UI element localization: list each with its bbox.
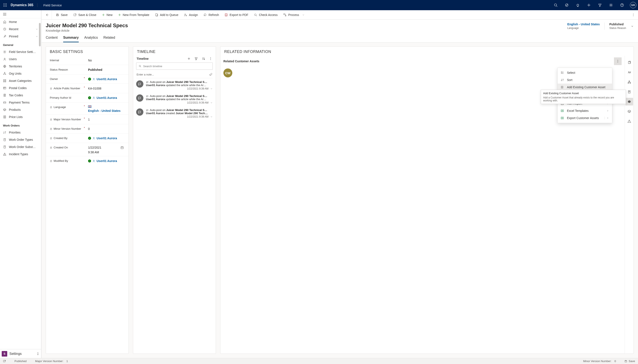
new-button[interactable]: New bbox=[99, 11, 115, 19]
nav-org-units[interactable]: Org Units bbox=[0, 70, 41, 77]
timeline-item[interactable]: Auto-post on Juicer Model 290 Technical … bbox=[133, 106, 216, 122]
nav-products[interactable]: Products bbox=[0, 106, 41, 113]
menu-select[interactable]: Select bbox=[557, 69, 612, 76]
field-article-number[interactable]: Article Public Number * KA-01008 bbox=[46, 84, 129, 93]
save-button[interactable]: Save bbox=[53, 11, 70, 19]
svg-point-63 bbox=[633, 14, 633, 14]
help-icon[interactable] bbox=[617, 1, 626, 10]
nav-price-lists[interactable]: Price Lists bbox=[0, 113, 41, 120]
calendar-icon[interactable] bbox=[120, 146, 124, 149]
menu-excel-templates[interactable]: Excel Templates bbox=[557, 107, 612, 114]
assign-button[interactable]: Assign bbox=[181, 11, 200, 19]
field-primary-author[interactable]: Primary Author Id ✓User01 Aurora bbox=[46, 93, 129, 102]
svg-point-86 bbox=[210, 58, 211, 58]
nav-pinned[interactable]: Pinned bbox=[0, 33, 41, 40]
field-value[interactable]: User01 Aurora bbox=[97, 78, 117, 81]
sort-icon bbox=[560, 78, 564, 82]
cmd-label: Refresh bbox=[209, 13, 219, 16]
tab-content[interactable]: Content bbox=[46, 36, 58, 42]
nav-recent[interactable]: Recent bbox=[0, 26, 41, 33]
nav-home[interactable]: Home bbox=[0, 18, 41, 26]
field-created-on[interactable]: Created On 1/22/2021 9:38 AM bbox=[46, 143, 129, 156]
field-minor-version[interactable]: Minor Version Number * 0 bbox=[46, 124, 129, 134]
field-value[interactable]: User01 Aurora bbox=[97, 96, 117, 100]
field-modified-by[interactable]: Modified By ✓User01 Aurora bbox=[46, 156, 129, 166]
new-template-button[interactable]: New From Template bbox=[116, 11, 152, 19]
statusbar-save-button[interactable]: Save bbox=[624, 360, 635, 363]
nav-tax-codes[interactable]: Tax Codes bbox=[0, 92, 41, 99]
nav-territories[interactable]: Territories bbox=[0, 63, 41, 70]
field-value[interactable]: User01 Aurora bbox=[97, 136, 117, 140]
hamburger-icon[interactable] bbox=[0, 10, 41, 18]
nav-priorities[interactable]: Priorities bbox=[0, 129, 41, 136]
menu-sort[interactable]: Sort bbox=[557, 76, 612, 84]
tab-summary[interactable]: Summary bbox=[63, 36, 79, 42]
chevron-down-icon[interactable] bbox=[210, 116, 213, 118]
tab-analytics[interactable]: Analytics bbox=[84, 36, 98, 42]
timeline-search[interactable] bbox=[136, 62, 213, 70]
nav-payment-terms[interactable]: Payment Terms bbox=[0, 99, 41, 106]
process-button[interactable]: Process bbox=[281, 11, 307, 19]
related-more-button[interactable] bbox=[614, 58, 622, 65]
rail-hierarchy-button[interactable] bbox=[625, 78, 633, 86]
basic-settings-card: BASIC SETTINGS Internal No Status Reason… bbox=[46, 46, 129, 354]
header-language[interactable]: English - United States Language bbox=[567, 22, 600, 30]
timeline-card: TIMELINE Timeline Enter a note... bbox=[133, 46, 216, 354]
check-access-button[interactable]: Check Access bbox=[251, 11, 280, 19]
timeline-more-button[interactable] bbox=[209, 57, 212, 60]
add-queue-button[interactable]: Add to Queue bbox=[152, 11, 181, 19]
header-language-label: Language bbox=[567, 26, 579, 30]
header-expand-button[interactable] bbox=[631, 25, 634, 28]
refresh-button[interactable]: Refresh bbox=[201, 11, 221, 19]
plus-icon[interactable] bbox=[584, 1, 593, 10]
more-commands-button[interactable] bbox=[629, 11, 637, 19]
save-close-button[interactable]: Save & Close bbox=[71, 11, 99, 19]
timeline-filter-button[interactable] bbox=[194, 57, 198, 60]
chevron-down-icon[interactable] bbox=[210, 102, 213, 104]
timeline-item[interactable]: Auto-post on Juicer Model 290 Technical … bbox=[133, 78, 216, 92]
field-owner[interactable]: Owner * ✓User01 Aurora bbox=[46, 74, 129, 84]
nav-incident-types[interactable]: Incident Types bbox=[0, 150, 41, 158]
field-status-reason[interactable]: Status Reason Published bbox=[46, 65, 129, 74]
field-major-version[interactable]: Major Version Number * 1 bbox=[46, 115, 129, 124]
lightbulb-icon[interactable] bbox=[573, 1, 582, 10]
popout-button[interactable] bbox=[3, 360, 6, 363]
filter-icon[interactable] bbox=[595, 1, 604, 10]
rail-cube-outline-button[interactable] bbox=[625, 108, 633, 115]
rail-text-button[interactable] bbox=[625, 68, 633, 76]
field-language[interactable]: Language * English - United States bbox=[46, 102, 129, 115]
rail-doc-button[interactable] bbox=[625, 88, 633, 96]
timeline-sort-button[interactable] bbox=[202, 57, 205, 60]
timeline-item[interactable]: Auto-post on Juicer Model 290 Technical … bbox=[133, 92, 216, 106]
field-internal[interactable]: Internal No bbox=[46, 56, 129, 65]
nav-asset-categories[interactable]: Asset Categories bbox=[0, 77, 41, 84]
chevron-down-icon[interactable] bbox=[210, 88, 213, 90]
nav-field-service-settings[interactable]: Field Service Setti… bbox=[0, 48, 41, 56]
nav-postal-codes[interactable]: Postal Codes bbox=[0, 84, 41, 92]
nav-users[interactable]: Users bbox=[0, 56, 41, 63]
export-pdf-button[interactable]: PDFExport to PDF bbox=[222, 11, 251, 19]
nav-work-order-subst[interactable]: Work Order Subst… bbox=[0, 143, 41, 150]
menu-export-assets[interactable]: Export Customer Assets bbox=[557, 114, 612, 122]
task-check-icon[interactable] bbox=[562, 1, 571, 10]
timeline-note[interactable]: Enter a note... bbox=[136, 71, 213, 78]
nav-area-switcher[interactable]: S Settings bbox=[0, 349, 41, 358]
rail-cube-filled-button[interactable] bbox=[625, 98, 633, 106]
field-created-by[interactable]: Created By ✓User01 Aurora bbox=[46, 134, 129, 143]
field-value[interactable]: User01 Aurora bbox=[97, 159, 117, 163]
rail-alert-button[interactable] bbox=[625, 117, 633, 125]
timeline-search-input[interactable] bbox=[143, 65, 210, 68]
rail-copy-button[interactable] bbox=[625, 59, 633, 66]
gear-icon[interactable] bbox=[606, 1, 615, 10]
app-launcher-icon[interactable] bbox=[2, 2, 9, 8]
attach-button[interactable] bbox=[209, 73, 212, 76]
tab-related[interactable]: Related bbox=[103, 36, 115, 42]
nav-work-order-types[interactable]: Work Order Types bbox=[0, 136, 41, 143]
field-value[interactable]: English - United States bbox=[88, 109, 120, 112]
search-icon[interactable] bbox=[551, 1, 560, 10]
svg-rect-110 bbox=[628, 62, 630, 64]
chat-icon bbox=[146, 95, 149, 98]
timeline-add-button[interactable] bbox=[187, 57, 191, 60]
user-avatar[interactable]: UA bbox=[630, 2, 636, 8]
back-button[interactable] bbox=[42, 10, 52, 19]
